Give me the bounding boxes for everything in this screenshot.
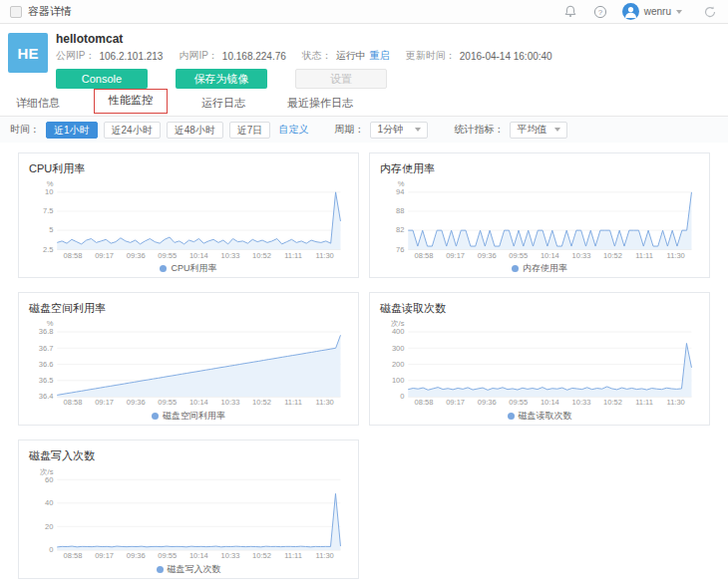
svg-text:5: 5 — [49, 225, 53, 234]
instance-avatar: HE — [8, 33, 48, 73]
svg-text:10:14: 10:14 — [189, 551, 208, 560]
legend-dot-icon — [157, 566, 164, 573]
svg-text:09:55: 09:55 — [158, 398, 177, 407]
svg-text:08:58: 08:58 — [415, 251, 434, 260]
updated-time: 2016-04-14 16:00:40 — [460, 51, 552, 62]
svg-text:10:52: 10:52 — [252, 551, 271, 560]
period-value: 1分钟 — [377, 123, 403, 137]
chevron-down-icon — [415, 128, 421, 132]
svg-text:10:33: 10:33 — [572, 398, 591, 407]
public-ip-label: 公网IP： — [56, 49, 95, 63]
svg-text:36.4: 36.4 — [39, 392, 54, 401]
app-icon — [10, 6, 22, 18]
svg-text:09:55: 09:55 — [509, 398, 528, 407]
status-label: 状态： — [302, 49, 332, 63]
private-ip: 10.168.224.76 — [222, 51, 286, 62]
svg-text:11:11: 11:11 — [284, 251, 302, 260]
chart-legend[interactable]: 磁盘读取次数 — [380, 409, 699, 423]
svg-text:08:58: 08:58 — [64, 551, 83, 560]
instance-info: 公网IP：106.2.101.213 内网IP：10.168.224.76 状态… — [56, 49, 718, 63]
tab-recent-operation-logs[interactable]: 最近操作日志 — [279, 93, 361, 116]
svg-text:09:17: 09:17 — [446, 251, 465, 260]
svg-text:10:14: 10:14 — [541, 398, 559, 407]
svg-text:09:55: 09:55 — [158, 251, 177, 260]
svg-text:88: 88 — [396, 206, 404, 215]
svg-text:11:11: 11:11 — [284, 551, 302, 560]
legend-label: 内存使用率 — [523, 262, 567, 275]
chart-legend[interactable]: 内存使用率 — [380, 261, 699, 275]
help-icon[interactable]: ? — [592, 4, 608, 20]
svg-text:100: 100 — [392, 376, 405, 385]
svg-text:09:17: 09:17 — [95, 551, 114, 560]
tab-details[interactable]: 详细信息 — [8, 93, 68, 116]
metric-value: 平均值 — [517, 123, 546, 137]
svg-text:11:30: 11:30 — [316, 398, 334, 407]
range-24h[interactable]: 近24小时 — [104, 122, 161, 139]
save-image-button[interactable]: 保存为镜像 — [176, 69, 267, 89]
legend-label: 磁盘写入次数 — [168, 563, 221, 576]
settings-button[interactable]: 设置 — [295, 69, 387, 89]
svg-text:09:36: 09:36 — [127, 398, 146, 407]
updated-label: 更新时间： — [406, 49, 456, 63]
chart-plot: 0100200300400次/s08:5809:1709:3609:5510:1… — [380, 317, 699, 409]
chart-plot: 2.557.510%08:5809:1709:3609:5510:1410:33… — [29, 177, 348, 261]
chart-plot: 76828894%08:5809:1709:3609:5510:1410:331… — [380, 177, 699, 261]
svg-text:09:17: 09:17 — [95, 398, 114, 407]
svg-text:%: % — [398, 179, 405, 188]
chart-legend[interactable]: CPU利用率 — [29, 261, 348, 275]
chart-card-memory-usage: 内存使用率76828894%08:5809:1709:3609:5510:141… — [369, 152, 710, 278]
svg-text:76: 76 — [396, 245, 404, 254]
user-menu[interactable]: wenru — [622, 3, 682, 20]
svg-text:08:58: 08:58 — [415, 398, 434, 407]
filter-bar: 时间： 近1小时 近24小时 近48小时 近7日 自定义 周期： 1分钟 统计指… — [0, 117, 728, 143]
restart-link[interactable]: 重启 — [370, 49, 390, 63]
status-value: 运行中 — [336, 49, 366, 63]
svg-text:0: 0 — [400, 392, 404, 401]
svg-text:?: ? — [598, 8, 603, 17]
avatar — [622, 3, 639, 20]
instance-name: hellotomcat — [56, 33, 718, 46]
svg-text:10:33: 10:33 — [221, 251, 240, 260]
range-7d[interactable]: 近7日 — [229, 122, 271, 139]
notification-bell-icon[interactable] — [562, 4, 578, 20]
chart-title: 内存使用率 — [380, 161, 699, 175]
svg-text:10:14: 10:14 — [189, 398, 208, 407]
tab-performance-monitor[interactable]: 性能监控 — [94, 89, 168, 114]
chart-legend[interactable]: 磁盘写入次数 — [29, 562, 348, 576]
svg-text:次/s: 次/s — [40, 467, 54, 476]
legend-dot-icon — [152, 413, 159, 420]
svg-text:300: 300 — [392, 344, 405, 353]
chart-plot: 0204060次/s08:5809:1709:3609:5510:1410:33… — [29, 464, 348, 562]
svg-text:60: 60 — [45, 475, 53, 484]
range-48h[interactable]: 近48小时 — [167, 122, 223, 139]
chart-title: 磁盘读取次数 — [380, 301, 699, 315]
svg-text:11:30: 11:30 — [316, 251, 334, 260]
legend-dot-icon — [160, 265, 167, 272]
svg-text:36.7: 36.7 — [39, 344, 54, 353]
chart-card-disk-write-count: 磁盘写入次数0204060次/s08:5809:1709:3609:5510:1… — [18, 440, 359, 579]
page-title: 容器详情 — [28, 4, 72, 19]
console-button[interactable]: Console — [56, 69, 148, 89]
svg-text:09:36: 09:36 — [127, 551, 146, 560]
range-1h[interactable]: 近1小时 — [46, 122, 98, 139]
topbar: 容器详情 ? wenru — [0, 0, 728, 24]
metric-select[interactable]: 平均值 — [510, 122, 567, 139]
refresh-icon[interactable] — [702, 4, 718, 20]
svg-text:10:33: 10:33 — [572, 251, 591, 260]
svg-text:82: 82 — [396, 225, 404, 234]
period-select[interactable]: 1分钟 — [370, 122, 428, 139]
svg-text:2.5: 2.5 — [43, 245, 53, 254]
svg-text:10: 10 — [45, 187, 53, 196]
public-ip: 106.2.101.213 — [99, 51, 163, 62]
legend-label: 磁盘读取次数 — [519, 410, 572, 423]
svg-text:10:14: 10:14 — [189, 251, 208, 260]
svg-text:400: 400 — [392, 327, 405, 336]
custom-range-link[interactable]: 自定义 — [278, 123, 308, 137]
charts-grid: CPU利用率2.557.510%08:5809:1709:3609:5510:1… — [0, 143, 728, 579]
svg-text:11:30: 11:30 — [316, 551, 334, 560]
tab-run-logs[interactable]: 运行日志 — [193, 93, 253, 116]
chart-legend[interactable]: 磁盘空间利用率 — [29, 409, 348, 423]
metric-label: 统计指标： — [454, 123, 504, 137]
svg-text:10:33: 10:33 — [221, 551, 240, 560]
chevron-down-icon — [676, 10, 682, 14]
